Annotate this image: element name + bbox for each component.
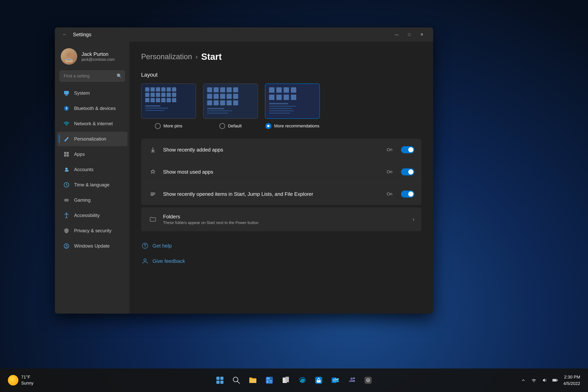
teams-button[interactable]	[345, 374, 358, 387]
clock-time: 2:30 PM	[563, 374, 580, 380]
svg-rect-35	[150, 98, 155, 102]
store-button[interactable]	[312, 374, 325, 387]
weather-icon	[8, 375, 18, 386]
maximize-button[interactable]: □	[403, 30, 415, 40]
most-used-toggle[interactable]	[401, 168, 414, 176]
more-rec-label: More recommendations	[274, 124, 319, 128]
bluetooth-icon	[63, 105, 70, 112]
gaming-icon	[63, 196, 70, 204]
svg-rect-40	[145, 106, 160, 106]
radio-default[interactable]	[219, 123, 225, 129]
svg-rect-28	[145, 93, 150, 97]
recently-opened-state: On	[387, 192, 392, 196]
sidebar-item-personalization[interactable]: Personalization	[57, 132, 128, 146]
most-used-icon	[148, 167, 158, 176]
get-help-link[interactable]: Get help	[141, 239, 422, 252]
svg-rect-69	[284, 95, 289, 100]
outlook-button[interactable]	[328, 374, 342, 387]
most-used-label: Show most used apps	[163, 169, 381, 175]
taskbar-right: 2:30 PM 4/5/2022	[519, 374, 580, 387]
privacy-icon	[63, 227, 70, 234]
breadcrumb-parent[interactable]: Personalization	[141, 52, 192, 61]
file-explorer-button[interactable]	[246, 374, 260, 387]
back-button[interactable]: ←	[60, 30, 69, 39]
svg-rect-92	[269, 380, 272, 382]
content-area: Jack Purton jack@contoso.com 🔍 System	[55, 42, 433, 314]
layout-option-more-pins[interactable]: More pins	[141, 84, 196, 129]
radio-more-pins[interactable]	[155, 123, 161, 129]
svg-rect-79	[150, 195, 154, 196]
svg-rect-76	[151, 152, 155, 152]
svg-rect-29	[150, 93, 155, 97]
layout-option-more-recommendations[interactable]: More recommendations	[265, 84, 320, 129]
gaming-label: Gaming	[74, 197, 90, 203]
sidebar-item-privacy[interactable]: Privacy & security	[57, 224, 128, 238]
svg-rect-30	[156, 93, 160, 97]
sidebar-item-update[interactable]: Windows Update	[57, 239, 128, 253]
update-icon	[63, 242, 70, 250]
breadcrumb: Personalization › Start	[141, 51, 422, 62]
svg-rect-71	[269, 103, 288, 104]
sidebar-item-apps[interactable]: Apps	[57, 147, 128, 162]
system-clock[interactable]: 2:30 PM 4/5/2022	[563, 374, 580, 387]
svg-rect-73	[269, 108, 292, 109]
user-info: Jack Purton jack@contoso.com	[82, 51, 115, 62]
radio-more-rec[interactable]	[266, 123, 271, 129]
edge-button[interactable]	[296, 374, 309, 387]
svg-rect-88	[249, 380, 256, 383]
svg-rect-16	[66, 200, 66, 200]
sidebar-item-bluetooth[interactable]: Bluetooth & devices	[57, 101, 128, 116]
clock-date: 4/5/2022	[563, 380, 580, 387]
sidebar-item-accounts[interactable]: Accounts	[57, 162, 128, 177]
wifi-icon[interactable]	[530, 376, 538, 384]
sidebar-item-time[interactable]: Time & language	[57, 178, 128, 192]
folders-row[interactable]: Folders These folders appear on Start ne…	[141, 207, 422, 231]
files-button[interactable]	[279, 374, 292, 387]
svg-point-81	[145, 247, 146, 248]
folders-subtitle: These folders appear on Start next to th…	[163, 220, 407, 225]
recently-added-icon	[148, 145, 158, 154]
widgets-button[interactable]	[263, 374, 276, 387]
search-input[interactable]	[60, 70, 125, 82]
give-feedback-link[interactable]: Give feedback	[141, 254, 422, 268]
layout-preview-default	[203, 84, 258, 119]
weather-desc: Sunny	[21, 380, 33, 386]
svg-rect-38	[166, 98, 171, 102]
volume-icon[interactable]	[540, 376, 549, 384]
svg-rect-42	[145, 110, 164, 111]
svg-rect-3	[64, 91, 69, 94]
svg-point-17	[67, 200, 68, 200]
most-used-state: On	[387, 169, 392, 174]
svg-rect-77	[150, 193, 155, 193]
battery-icon[interactable]	[551, 376, 560, 384]
close-button[interactable]: ✕	[416, 30, 428, 40]
svg-rect-63	[269, 88, 274, 93]
sidebar-item-gaming[interactable]: Gaming	[57, 193, 128, 207]
layout-option-default[interactable]: Default	[203, 84, 258, 129]
sidebar-item-network[interactable]: Network & internet	[57, 116, 128, 131]
svg-rect-68	[276, 95, 282, 100]
svg-point-106	[368, 380, 369, 381]
recently-added-toggle[interactable]	[401, 146, 414, 153]
accessibility-label: Accessibility	[74, 213, 100, 218]
minimize-button[interactable]: —	[391, 30, 402, 40]
toggle-section: Show recently added apps On Show most us…	[141, 139, 422, 205]
user-profile[interactable]: Jack Purton jack@contoso.com	[55, 46, 129, 70]
search-button[interactable]	[230, 374, 243, 387]
help-links: Get help Give feedback	[141, 239, 422, 268]
toggle-most-used: Show most used apps On	[141, 161, 422, 183]
svg-rect-41	[145, 108, 168, 108]
start-button[interactable]	[213, 374, 226, 387]
svg-rect-11	[67, 154, 69, 156]
recently-opened-icon	[148, 189, 158, 199]
get-help-label: Get help	[152, 243, 172, 249]
user-name: Jack Purton	[82, 51, 115, 57]
chevron-up-icon[interactable]	[519, 376, 528, 384]
sidebar-item-accessibility[interactable]: Accessibility	[57, 208, 128, 223]
weather-temp: 71°F	[21, 374, 33, 380]
settings-taskbar-button[interactable]	[362, 374, 375, 387]
recently-opened-toggle[interactable]	[401, 190, 414, 198]
weather-widget[interactable]: 71°F Sunny	[8, 374, 33, 386]
sidebar-item-system[interactable]: System	[57, 86, 128, 100]
svg-rect-49	[207, 94, 212, 99]
